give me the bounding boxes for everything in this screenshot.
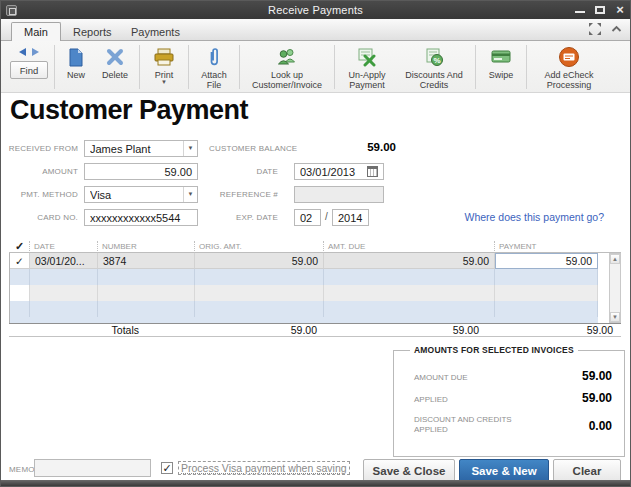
row-number[interactable]: 3874 [98,253,195,269]
paperclip-icon [208,45,220,69]
orig-amt-column-header[interactable]: ORIG. AMT. [194,241,323,253]
memo-input[interactable] [34,459,151,477]
empty-table-row[interactable] [10,269,621,285]
add-echeck-button[interactable]: Add eCheck Processing [530,44,608,91]
totals-row: Totals 59.00 59.00 59.00 [9,323,621,337]
lookup-customer-invoice-button[interactable]: Look up Customer/Invoice [243,44,331,91]
reference-field[interactable] [294,186,384,203]
totals-payment: 59.00 [479,324,621,336]
delete-x-icon [106,45,124,69]
empty-table-row[interactable] [10,285,621,301]
tab-payments[interactable]: Payments [119,22,192,41]
collapse-ribbon-icon[interactable] [611,25,622,33]
received-from-dropdown[interactable]: James Plant ▼ [84,140,198,157]
row-checkmark-icon[interactable]: ✓ [10,253,30,269]
check-column-header[interactable]: ✓ [9,241,29,253]
payment-column-header[interactable]: PAYMENT [494,241,609,253]
close-button[interactable]: × [614,4,626,16]
discount-credits-label: DISCOUNT AND CREDITS APPLIED [414,415,524,435]
print-button[interactable]: Print ▼ [143,44,185,86]
amount-due-label: AMOUNT DUE [414,373,468,383]
payment-destination-link[interactable]: Where does this payment go? [465,211,605,223]
echeck-icon [558,45,580,69]
table-scrollbar[interactable]: ▲ ▼ [609,253,621,323]
receive-payments-window: Receive Payments × Main Reports Payments [0,0,631,487]
tab-main[interactable]: Main [11,22,61,41]
print-dropdown-caret[interactable]: ▼ [161,80,167,85]
amt-due-column-header[interactable]: AMT. DUE [323,241,494,253]
chevron-down-icon[interactable]: ▼ [183,187,197,202]
table-header: ✓ DATE NUMBER ORIG. AMT. AMT. DUE PAYMEN… [9,241,621,253]
row-amt-due[interactable]: 59.00 [324,253,495,269]
maximize-button[interactable] [594,4,606,16]
main-toolbar: Find New Delete Print ▼ [1,41,630,93]
number-column-header[interactable]: NUMBER [97,241,194,253]
amount-label: AMOUNT [1,167,78,176]
toolbar-separator [54,45,55,89]
swipe-button[interactable]: Swipe [479,44,523,81]
new-button[interactable]: New [58,44,94,81]
row-payment[interactable]: 59.00 [495,253,598,269]
credit-card-icon [491,45,511,69]
ribbon-tab-bar: Main Reports Payments [1,19,630,41]
toolbar-separator [139,45,140,89]
find-label[interactable]: Find [10,61,48,79]
card-no-field[interactable]: xxxxxxxxxxxx5544 [84,209,198,226]
page-title: Customer Payment [10,95,248,126]
applied-label: APPLIED [414,395,448,405]
card-no-label: CARD NO. [1,213,78,222]
process-payment-checkbox[interactable]: ✓ [161,462,173,474]
totals-amt-due: 59.00 [317,324,479,336]
detach-window-icon[interactable] [589,23,601,35]
process-payment-checkbox-label[interactable]: Process Visa payment when saving [178,461,350,475]
form-area: Customer Payment RECEIVED FROM James Pla… [1,93,630,482]
exp-month-field[interactable]: 02 [294,209,321,226]
empty-table-row[interactable] [10,301,621,317]
toolbar-separator [526,45,527,89]
window-title: Receive Payments [1,4,630,16]
amounts-summary-panel: AMOUNTS FOR SELECTED INVOICES AMOUNT DUE… [393,350,625,457]
table-body: ✓ 03/01/20... 3874 59.00 59.00 59.00 [9,253,621,323]
table-row[interactable]: ✓ 03/01/20... 3874 59.00 59.00 59.00 [10,253,621,269]
toolbar-separator [239,45,240,89]
delete-button[interactable]: Delete [94,44,136,81]
attach-file-button[interactable]: Attach File [192,44,236,91]
date-field[interactable]: 03/01/2013 [294,163,384,180]
amount-field[interactable]: 59.00 [84,163,198,180]
window-bottom-edge [1,480,630,486]
summary-title: AMOUNTS FOR SELECTED INVOICES [410,345,578,355]
pmt-method-dropdown[interactable]: Visa ▼ [84,186,198,203]
svg-text:%: % [433,56,440,65]
exp-year-field[interactable]: 2014 [332,209,369,226]
row-orig-amt[interactable]: 59.00 [195,253,324,269]
calendar-icon[interactable] [367,166,378,177]
tab-reports[interactable]: Reports [61,22,124,41]
find-button[interactable]: Find [7,44,51,79]
scroll-up-icon[interactable]: ▲ [610,254,620,264]
chevron-down-icon[interactable]: ▼ [183,141,197,156]
unapply-icon [357,45,377,69]
discounts-credits-button[interactable]: % Discounts And Credits [396,44,472,91]
forward-arrow-icon[interactable] [31,43,42,61]
save-close-button[interactable]: Save & Close [363,459,455,482]
back-arrow-icon[interactable] [16,43,27,61]
lookup-people-icon [276,45,298,69]
customer-balance-value: 59.00 [301,141,396,153]
row-date[interactable]: 03/01/20... [30,253,98,269]
memo-label: MEMO [9,465,35,474]
title-bar: Receive Payments × [1,1,630,19]
printer-icon [154,45,174,69]
save-new-button[interactable]: Save & New [459,459,549,482]
applied-value: 59.00 [582,391,612,405]
totals-label: Totals [9,324,139,336]
discounts-icon: % [424,45,444,69]
minimize-button[interactable] [574,4,586,16]
clear-button[interactable]: Clear [553,459,621,482]
scroll-down-icon[interactable]: ▼ [610,312,620,322]
received-from-label: RECEIVED FROM [1,144,78,153]
date-column-header[interactable]: DATE [29,241,97,253]
pmt-method-label: PMT. METHOD [1,190,78,199]
toolbar-separator [475,45,476,89]
toolbar-separator [334,45,335,89]
unapply-payment-button[interactable]: Un-Apply Payment [338,44,396,91]
